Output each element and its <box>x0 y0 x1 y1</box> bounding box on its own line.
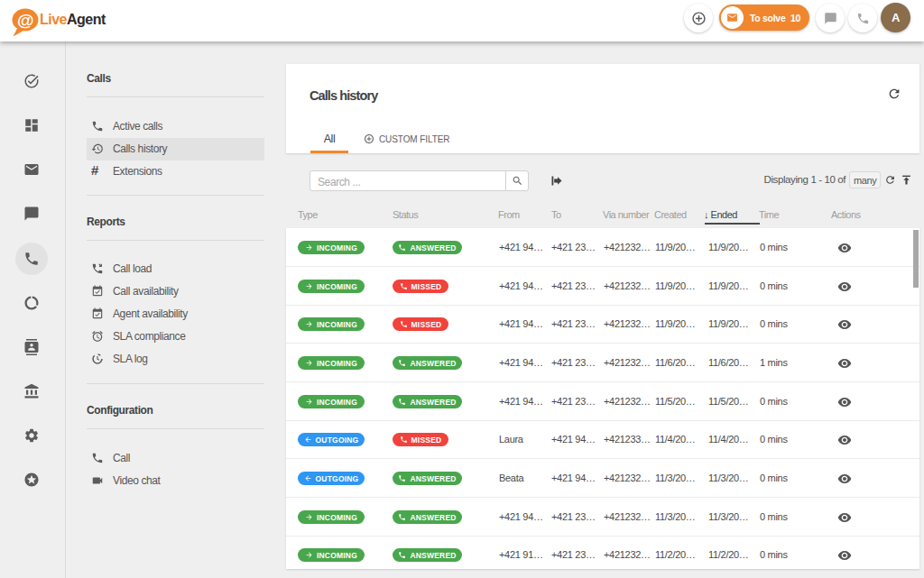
svg-text:@: @ <box>17 11 33 30</box>
